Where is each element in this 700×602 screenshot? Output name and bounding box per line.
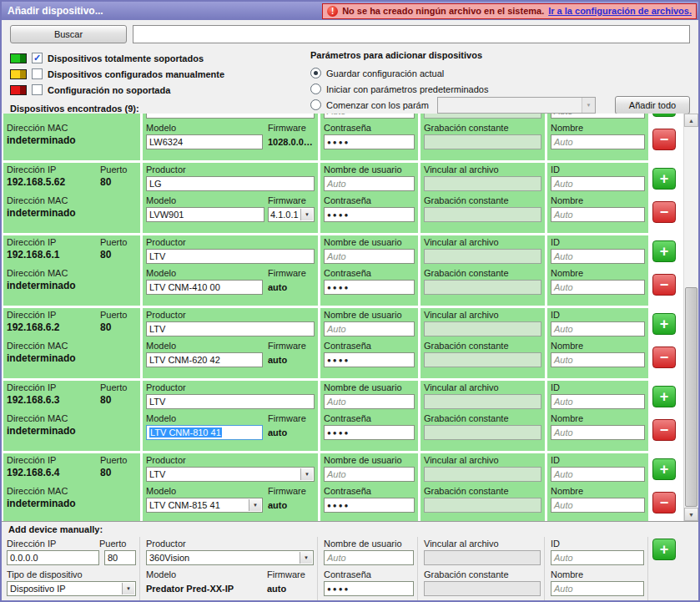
archive-settings-link[interactable]: Ir a la configuración de archivos. <box>548 6 692 16</box>
username-input[interactable]: Auto <box>324 114 415 119</box>
port-value: 80 <box>100 393 137 407</box>
vendor-input[interactable]: LG <box>146 176 315 191</box>
model-input[interactable]: LW6324 <box>146 134 263 149</box>
name-input[interactable]: Auto <box>551 134 645 149</box>
recording-label: Grabación constante <box>424 486 541 497</box>
vendor-input[interactable] <box>146 114 315 119</box>
recording-input <box>424 207 541 222</box>
add-device-button[interactable]: + <box>652 458 676 480</box>
dropdown-arrow-icon: ▼ <box>582 98 595 113</box>
device-rows: Dirección IPPuerto Dirección MAC indeter… <box>2 114 683 521</box>
id-input[interactable]: Auto <box>551 114 645 119</box>
legend-label: Dispositivos configurados manualmente <box>48 69 224 79</box>
name-input[interactable]: Auto <box>551 280 645 295</box>
id-input[interactable]: Auto <box>551 467 645 482</box>
id-input[interactable]: Auto <box>551 249 645 264</box>
add-all-button[interactable]: Añadir todo <box>615 96 690 114</box>
name-input[interactable]: Auto <box>551 425 645 440</box>
username-input[interactable]: Auto <box>324 249 415 264</box>
vendor-input[interactable]: LTV <box>146 394 315 409</box>
search-button[interactable]: Buscar <box>10 25 127 43</box>
add-device-button[interactable]: + <box>652 240 676 262</box>
password-input[interactable]: ●●●● <box>324 498 415 513</box>
archive-cell: Vincular al archivo Grabación constante <box>421 381 545 451</box>
model-input[interactable]: LTV CNM-410 00 <box>146 280 263 295</box>
manual-password-input[interactable]: ●●●● <box>324 581 414 596</box>
name-input[interactable]: Auto <box>551 207 645 222</box>
address-cell: Dirección IPPuerto 192.168.6.280 Direcci… <box>3 308 140 378</box>
remove-device-button[interactable]: − <box>652 201 676 223</box>
archive-label: Vincular al archivo <box>424 310 541 321</box>
scroll-up-icon[interactable]: ▲ <box>684 114 698 127</box>
model-label: Modelo <box>146 123 268 134</box>
add-device-button[interactable]: + <box>652 313 676 335</box>
radio-save-current[interactable] <box>310 68 321 78</box>
password-input[interactable]: ●●●● <box>324 280 415 295</box>
actions-cell: + − <box>651 163 679 233</box>
manual-port-input[interactable]: 80 <box>104 550 136 565</box>
remove-device-button[interactable]: − <box>652 419 676 441</box>
vendor-input[interactable]: LTV <box>146 321 315 336</box>
name-input[interactable]: Auto <box>551 498 645 513</box>
search-bar: Buscar <box>2 20 698 48</box>
password-input[interactable]: ●●●● <box>324 134 415 149</box>
manual-ip-input[interactable]: 0.0.0.0 <box>7 550 99 565</box>
scrollbar-thumb[interactable] <box>685 287 697 507</box>
unsupported-config-checkbox[interactable] <box>32 84 43 95</box>
firmware-label: Firmware <box>268 341 315 352</box>
identity-cell: ID Auto Nombre Auto <box>547 381 648 451</box>
add-device-button[interactable]: + <box>652 386 676 407</box>
model-input[interactable]: LVW901 <box>146 207 264 222</box>
vendor-input[interactable]: LTV <box>146 249 315 264</box>
password-input[interactable]: ●●●● <box>324 352 415 367</box>
model-select[interactable]: LTV CNM-815 41▼ <box>146 498 263 513</box>
search-input[interactable] <box>133 25 690 43</box>
legend-label: Dispositivos totalmente soportados <box>48 53 204 63</box>
scroll-down-icon[interactable]: ▼ <box>684 508 698 521</box>
radio-start-with-params[interactable] <box>310 99 321 110</box>
legend-item-unsupported: Configuración no soportada <box>10 82 310 98</box>
manual-id-input[interactable]: Auto <box>551 550 644 565</box>
model-input[interactable]: LTV CNM-620 42 <box>146 352 263 367</box>
username-label: Nombre de usuario <box>324 455 415 466</box>
device-row-4: Dirección IPPuerto 192.168.6.280 Direcci… <box>3 308 683 378</box>
radio-default-params[interactable] <box>310 83 321 94</box>
add-device-button[interactable]: + <box>652 168 676 190</box>
supported-devices-checkbox[interactable]: ✓ <box>32 53 43 63</box>
username-input[interactable]: Auto <box>324 467 415 482</box>
manual-add-button[interactable]: + <box>652 539 676 560</box>
manual-username-input[interactable]: Auto <box>324 550 414 565</box>
password-input[interactable]: ●●●● <box>324 207 415 222</box>
id-input[interactable]: Auto <box>551 394 645 409</box>
firmware-select[interactable]: 4.1.0.1▼ <box>268 207 315 222</box>
model-input[interactable]: LTV CNM-810 41 <box>146 425 263 440</box>
mac-label: Dirección MAC <box>7 341 137 352</box>
identity-cell: ID Auto Nombre Auto <box>547 453 648 521</box>
remove-device-button[interactable]: − <box>652 129 676 150</box>
manual-name-input[interactable]: Auto <box>551 581 644 596</box>
username-label: Nombre de usuario <box>324 310 415 321</box>
password-input[interactable]: ●●●● <box>324 425 415 440</box>
username-input[interactable]: Auto <box>324 176 415 191</box>
username-input[interactable]: Auto <box>324 394 415 409</box>
manually-configured-checkbox[interactable] <box>32 68 43 79</box>
manual-credentials-cell: Nombre de usuario Auto Contraseña ●●●● <box>320 537 418 600</box>
id-label: ID <box>551 455 645 466</box>
vendor-select[interactable]: LTV▼ <box>146 467 315 482</box>
mac-value: indeterminado <box>7 279 137 293</box>
id-input[interactable]: Auto <box>551 321 645 336</box>
remove-device-button[interactable]: − <box>652 274 676 296</box>
device-type-select[interactable]: Dispositivo IP▼ <box>7 581 136 596</box>
model-label: Modelo <box>146 341 268 352</box>
username-input[interactable]: Auto <box>324 321 415 336</box>
remove-device-button[interactable]: − <box>652 492 676 513</box>
scrollbar-track[interactable] <box>684 127 698 508</box>
firmware-value: auto <box>266 498 315 513</box>
firmware-label: Firmware <box>268 268 315 279</box>
scrollbar[interactable]: ▲ ▼ <box>683 114 698 521</box>
name-input[interactable]: Auto <box>551 352 645 367</box>
id-input[interactable]: Auto <box>551 176 645 191</box>
add-device-button[interactable]: + <box>652 114 676 117</box>
remove-device-button[interactable]: − <box>652 347 676 368</box>
manual-vendor-select[interactable]: 360Vision▼ <box>146 550 314 565</box>
